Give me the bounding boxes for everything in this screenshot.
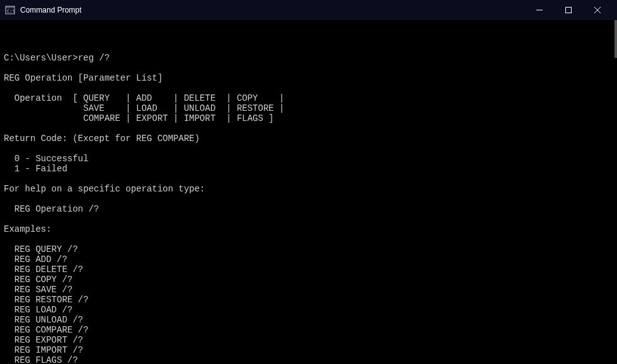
maximize-button[interactable] <box>554 0 583 20</box>
return-code-line: 1 - Failed <box>4 164 67 174</box>
operation-row: Operation [ QUERY | ADD | DELETE | COPY … <box>4 93 284 103</box>
examples-header: Examples: <box>4 224 52 234</box>
svg-rect-1 <box>6 6 14 8</box>
terminal-area[interactable]: C:\Users\User>reg /? REG Operation [Para… <box>0 20 617 364</box>
prompt-line: C:\Users\User>reg /? <box>4 53 110 63</box>
minimize-button[interactable] <box>525 0 554 20</box>
example-line: REG RESTORE /? <box>4 295 88 305</box>
svg-rect-4 <box>566 8 572 13</box>
example-line: REG DELETE /? <box>4 264 83 275</box>
example-line: REG FLAGS /? <box>4 355 78 364</box>
example-line: REG EXPORT /? <box>4 335 83 345</box>
terminal-content: C:\Users\User>reg /? REG Operation [Para… <box>4 53 613 364</box>
window-title: Command Prompt <box>20 6 525 14</box>
operation-row: COMPARE | EXPORT | IMPORT | FLAGS ] <box>4 113 274 123</box>
prompt-text: C:\Users\User> <box>4 53 78 63</box>
command-text: reg /? <box>78 53 110 63</box>
titlebar[interactable]: C:\ Command Prompt <box>0 0 617 20</box>
example-line: REG COMPARE /? <box>4 325 88 335</box>
example-line: REG UNLOAD /? <box>4 315 83 325</box>
example-line: REG COPY /? <box>4 275 72 285</box>
close-button[interactable] <box>583 0 612 20</box>
example-line: REG IMPORT /? <box>4 345 83 355</box>
return-code-header: Return Code: (Except for REG COMPARE) <box>4 134 200 144</box>
example-line: REG SAVE /? <box>4 285 72 295</box>
cmd-icon: C:\ <box>5 5 15 15</box>
operation-row: SAVE | LOAD | UNLOAD | RESTORE | <box>4 103 284 113</box>
window-controls <box>525 0 612 20</box>
example-line: REG LOAD /? <box>4 305 72 315</box>
scrollbar[interactable] <box>614 20 617 58</box>
command-prompt-window: C:\ Command Prompt C:\Users\User>reg /? … <box>0 0 617 364</box>
return-code-line: 0 - Successful <box>4 154 88 164</box>
usage-line: REG Operation [Parameter List] <box>4 73 163 83</box>
example-line: REG ADD /? <box>4 254 67 264</box>
help-header: For help on a specific operation type: <box>4 184 205 194</box>
help-usage-line: REG Operation /? <box>4 204 99 214</box>
svg-text:C:\: C:\ <box>7 9 15 14</box>
example-line: REG QUERY /? <box>4 244 78 254</box>
